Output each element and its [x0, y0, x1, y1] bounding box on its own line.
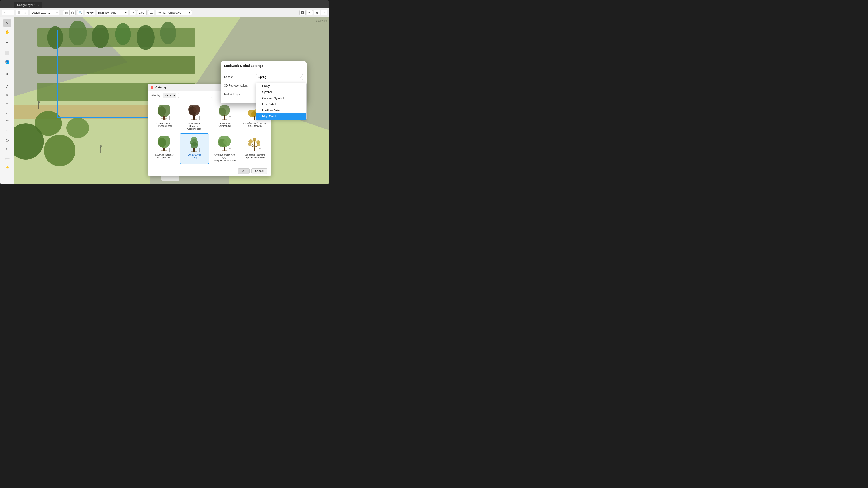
catalog-item-common-7: Honey locust 'Sunburst'	[213, 159, 236, 162]
visibility-button[interactable]: 👁	[307, 10, 313, 15]
zoom-control[interactable]: 93% ▾	[85, 10, 95, 15]
catalog-item-common-1: European beech	[156, 125, 173, 127]
catalog-item-img-ginkgo	[185, 135, 204, 153]
svg-point-7	[47, 26, 63, 49]
zoom-value: 93%	[86, 11, 92, 14]
svg-point-76	[253, 138, 256, 142]
svg-rect-60	[191, 151, 197, 152]
export-button[interactable]: ↑	[321, 10, 327, 15]
nav-forward-button[interactable]: →	[8, 10, 14, 15]
attribute-tool[interactable]: ⚡	[3, 163, 11, 171]
view-label: Right Isometric	[98, 11, 116, 14]
catalog-item-fagus-atropuni[interactable]: Fagus sylvatica 'Atropuni... Copper beec…	[180, 102, 209, 132]
settings-dialog-title: Laubwerk Global Settings	[224, 64, 263, 68]
angle-value: 0.00°	[139, 11, 145, 14]
catalog-cancel-button[interactable]: Cancel	[251, 168, 268, 174]
selection-tool[interactable]: ↖	[3, 19, 11, 27]
laubwerk-watermark: Laubwerk	[316, 20, 327, 22]
catalog-item-ficus[interactable]: Ficus carica Common fig	[210, 102, 239, 132]
catalog-ok-button[interactable]: OK	[238, 168, 249, 174]
arc-tool[interactable]: ⌒	[3, 118, 11, 126]
sidebar-sep-2	[1, 68, 13, 68]
svg-rect-42	[230, 117, 230, 120]
perspective-dropdown-icon: ▾	[189, 11, 190, 14]
dropdown-item-symbol[interactable]: Symbol	[256, 89, 306, 95]
tab-close-button[interactable]: ×	[37, 4, 39, 6]
catalog-item-scientific-3: Ficus carica	[218, 122, 230, 125]
dropdown-item-high-detail[interactable]: High Detail	[256, 113, 306, 120]
angle-icon-button[interactable]: ↗	[129, 10, 136, 15]
catalog-item-common-3: Common fig	[218, 125, 230, 127]
polygon-tool[interactable]: ⬡	[3, 136, 11, 144]
pan-tool[interactable]: ✋	[3, 28, 11, 36]
freehand-tool[interactable]: 〜	[3, 127, 11, 135]
print-button[interactable]: 🖨	[314, 10, 320, 15]
dropdown-item-crossed-symbol[interactable]: Crossed Symbol	[256, 95, 306, 101]
svg-point-43	[229, 116, 230, 117]
svg-rect-81	[260, 149, 260, 152]
svg-point-33	[193, 105, 200, 113]
svg-point-24	[158, 106, 166, 116]
catalog-item-ginkgo[interactable]: Ginkgo biloba Ginkgo	[180, 133, 209, 164]
svg-rect-80	[254, 148, 255, 151]
paint-bucket-tool[interactable]: 🪣	[3, 58, 11, 66]
canvas-area[interactable]: Laubwerk Catalog Filter by: Name	[14, 17, 329, 184]
dropdown-item-proxy[interactable]: Proxy	[256, 83, 306, 89]
catalog-item-img-witch-hazel	[246, 135, 264, 153]
catalog-item-fagus-sylvatica[interactable]: Fagus sylvatica European beech	[150, 102, 179, 132]
catalog-close-button[interactable]	[151, 86, 153, 89]
svg-point-10	[115, 23, 131, 45]
crop-tool[interactable]: ⬜	[3, 49, 11, 57]
catalog-item-common-2: Copper beech	[187, 128, 202, 130]
2d-view-button[interactable]: ⊞	[63, 10, 69, 15]
season-select[interactable]: Spring Summer Autumn Winter	[256, 74, 303, 80]
catalog-item-gleditsia[interactable]: Gleditsia triacanthos var.... Honey locu…	[210, 133, 239, 164]
view-selector[interactable]: Right Isometric ▾	[96, 10, 128, 15]
svg-point-58	[191, 142, 198, 149]
classes-button[interactable]: ≡	[22, 10, 29, 15]
catalog-item-fraxinus[interactable]: Fraxinus excelsior European ash	[150, 133, 179, 164]
svg-point-9	[92, 25, 109, 48]
svg-point-62	[199, 148, 200, 149]
zoom-dropdown-icon: ▾	[92, 11, 94, 14]
svg-point-12	[160, 22, 176, 44]
svg-point-82	[259, 148, 260, 149]
filter-input[interactable]	[178, 93, 212, 98]
layers-button[interactable]: ☰	[16, 10, 22, 15]
line-tool[interactable]: ╱	[3, 82, 11, 90]
svg-point-37	[199, 116, 200, 117]
svg-point-30	[169, 116, 170, 117]
catalog-footer: OK Cancel	[148, 166, 271, 176]
angle-control[interactable]: 0.00°	[137, 10, 147, 15]
3d-view-button[interactable]: ⬡	[69, 10, 76, 15]
nav-back-button[interactable]: ←	[2, 10, 8, 15]
catalog-item-common-8: Virginian witch-hazel	[244, 156, 265, 159]
zoom-icon-button[interactable]: 🔍	[77, 10, 84, 15]
rotate-tool[interactable]: ↻	[3, 145, 11, 153]
svg-point-78	[248, 143, 251, 146]
perspective-selector[interactable]: Normal Perspective ▾	[156, 10, 192, 15]
document-tab[interactable]: Design Layer-1 ×	[13, 2, 42, 8]
pen-tool[interactable]: ✏	[3, 91, 11, 99]
render-button[interactable]: 🖼	[299, 10, 306, 15]
dropdown-item-medium-detail[interactable]: Medium Detail	[256, 107, 306, 113]
representation-dropdown: Proxy Symbol Crossed Symbol Low Detail M…	[256, 83, 307, 120]
svg-rect-61	[199, 149, 200, 152]
render-style-button[interactable]: ☁	[148, 10, 154, 15]
text-tool[interactable]: T	[3, 40, 11, 48]
mirror-tool[interactable]: ⟺	[3, 154, 11, 162]
layer-selector[interactable]: Design Layer-1 ▾	[30, 10, 59, 15]
catalog-item-hamamelis[interactable]: Hamamelis virginiana Virginian witch-haz…	[240, 133, 269, 164]
catalog-item-scientific-6: Ginkgo biloba	[187, 153, 201, 156]
catalog-item-img-copper	[185, 104, 204, 121]
svg-point-69	[229, 148, 230, 149]
rect-tool[interactable]: ◻	[3, 100, 11, 108]
filter-by-select[interactable]: Name	[163, 93, 176, 98]
catalog-item-scientific-1: Fagus sylvatica	[156, 122, 172, 125]
layer-icons: ☰ ≡	[16, 10, 29, 15]
circle-tool[interactable]: ○	[3, 109, 11, 117]
perspective-label: Normal Perspective	[157, 11, 181, 14]
dropdown-item-low-detail[interactable]: Low Detail	[256, 101, 306, 107]
svg-rect-28	[162, 119, 166, 120]
close-shape-tool[interactable]: ×	[3, 70, 11, 78]
